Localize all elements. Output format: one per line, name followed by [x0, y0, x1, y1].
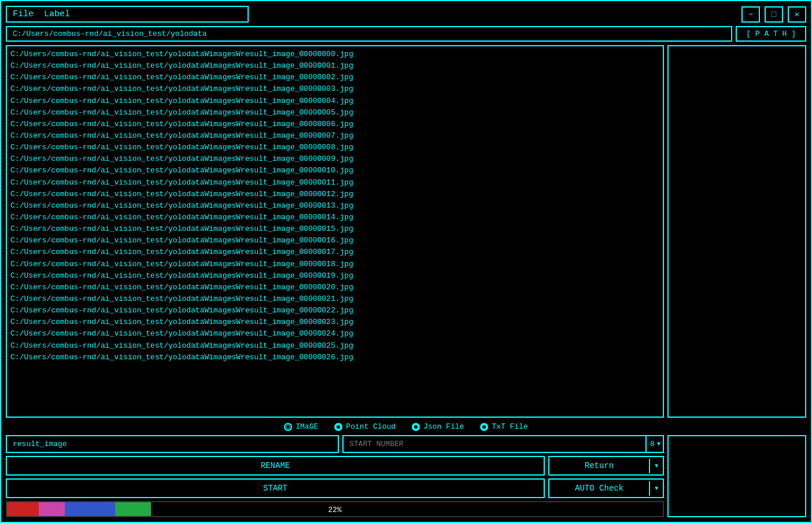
controls-row: 8 1 2 4 ▼	[6, 435, 664, 453]
bottom-section: IMaGE Point Cloud Json File TxT File	[6, 421, 806, 517]
list-item[interactable]: C:/Users/combus-rnd/ai_vision_test/yolod…	[10, 95, 659, 107]
list-item[interactable]: C:/Users/combus-rnd/ai_vision_test/yolod…	[10, 72, 659, 83]
list-item[interactable]: C:/Users/combus-rnd/ai_vision_test/yolod…	[10, 153, 659, 165]
list-item[interactable]: C:/Users/combus-rnd/ai_vision_test/yolod…	[10, 316, 659, 328]
auto-check-arrow-icon: ▼	[649, 481, 663, 496]
list-item[interactable]: C:/Users/combus-rnd/ai_vision_test/yolod…	[10, 282, 659, 293]
radio-label-txt: TxT File	[492, 422, 527, 431]
chevron-down-icon: ▼	[657, 441, 660, 447]
app-window: − □ ✕ [ P A T H ] C:/Users/combus-rnd/ai…	[0, 0, 812, 523]
bottom-main-row: 8 1 2 4 ▼ RENAME Return ▼	[6, 435, 806, 517]
radio-txt[interactable]: TxT File	[480, 422, 527, 431]
path-row: [ P A T H ]	[6, 26, 806, 42]
number-select[interactable]: 8 1 2 4	[649, 437, 656, 451]
radio-row: IMaGE Point Cloud Json File TxT File	[6, 421, 806, 432]
radio-circle-image	[284, 423, 292, 431]
radio-dot-json	[414, 425, 418, 429]
start-number-group: 8 1 2 4 ▼	[342, 435, 664, 453]
list-item[interactable]: C:/Users/combus-rnd/ai_vision_test/yolod…	[10, 200, 659, 212]
list-item[interactable]: C:/Users/combus-rnd/ai_vision_test/yolod…	[10, 142, 659, 153]
action-row-1: RENAME Return ▼	[6, 456, 664, 476]
radio-dot-pointcloud	[337, 425, 340, 429]
return-button[interactable]: Return ▼	[548, 456, 664, 476]
start-number-input[interactable]	[344, 436, 645, 452]
radio-label-json: Json File	[423, 422, 464, 431]
maximize-button[interactable]: □	[765, 6, 783, 23]
list-item[interactable]: C:/Users/combus-rnd/ai_vision_test/yolod…	[10, 270, 659, 282]
file-label-input[interactable]	[6, 6, 249, 23]
list-item[interactable]: C:/Users/combus-rnd/ai_vision_test/yolod…	[10, 60, 659, 72]
list-item[interactable]: C:/Users/combus-rnd/ai_vision_test/yolod…	[10, 223, 659, 235]
radio-dot-txt	[482, 425, 486, 429]
rename-input[interactable]	[6, 435, 339, 453]
progress-row: 22%	[6, 501, 664, 517]
list-item[interactable]: C:/Users/combus-rnd/ai_vision_test/yolod…	[10, 107, 659, 119]
bottom-left: 8 1 2 4 ▼ RENAME Return ▼	[6, 435, 664, 517]
bottom-right-panel	[667, 435, 806, 517]
list-item[interactable]: C:/Users/combus-rnd/ai_vision_test/yolod…	[10, 340, 659, 352]
rename-button[interactable]: RENAME	[6, 456, 545, 476]
list-item[interactable]: C:/Users/combus-rnd/ai_vision_test/yolod…	[10, 259, 659, 270]
list-item[interactable]: C:/Users/combus-rnd/ai_vision_test/yolod…	[10, 328, 659, 340]
list-item[interactable]: C:/Users/combus-rnd/ai_vision_test/yolod…	[10, 189, 659, 200]
path-button[interactable]: [ P A T H ]	[736, 26, 806, 42]
radio-circle-pointcloud	[334, 423, 342, 431]
list-item[interactable]: C:/Users/combus-rnd/ai_vision_test/yolod…	[10, 177, 659, 189]
radio-label-pointcloud: Point Cloud	[346, 422, 396, 431]
auto-check-button-label: AUTO Check	[549, 480, 649, 497]
radio-circle-txt	[480, 423, 488, 431]
list-item[interactable]: C:/Users/combus-rnd/ai_vision_test/yolod…	[10, 305, 659, 316]
auto-check-button[interactable]: AUTO Check ▼	[548, 478, 664, 498]
radio-pointcloud[interactable]: Point Cloud	[334, 422, 396, 431]
list-item[interactable]: C:/Users/combus-rnd/ai_vision_test/yolod…	[10, 246, 659, 258]
list-item[interactable]: C:/Users/combus-rnd/ai_vision_test/yolod…	[10, 130, 659, 142]
minimize-button[interactable]: −	[741, 6, 760, 23]
progress-bar: 22%	[6, 501, 664, 517]
list-item[interactable]: C:/Users/combus-rnd/ai_vision_test/yolod…	[10, 352, 659, 363]
image-preview-panel	[667, 45, 806, 418]
start-button[interactable]: START	[6, 478, 545, 498]
main-content: C:/Users/combus-rnd/ai_vision_test/yolod…	[6, 45, 806, 418]
return-arrow-icon: ▼	[649, 459, 663, 473]
radio-json[interactable]: Json File	[412, 422, 464, 431]
list-item[interactable]: C:/Users/combus-rnd/ai_vision_test/yolod…	[10, 83, 659, 95]
progress-label: 22%	[7, 502, 663, 517]
list-item[interactable]: C:/Users/combus-rnd/ai_vision_test/yolod…	[10, 293, 659, 305]
close-button[interactable]: ✕	[788, 6, 806, 23]
list-item[interactable]: C:/Users/combus-rnd/ai_vision_test/yolod…	[10, 212, 659, 223]
number-select-wrapper: 8 1 2 4 ▼	[645, 436, 663, 452]
list-item[interactable]: C:/Users/combus-rnd/ai_vision_test/yolod…	[10, 165, 659, 176]
action-row-2: START AUTO Check ▼	[6, 478, 664, 498]
list-item[interactable]: C:/Users/combus-rnd/ai_vision_test/yolod…	[10, 49, 659, 60]
radio-label-image: IMaGE	[296, 422, 318, 431]
radio-circle-json	[412, 423, 420, 431]
title-bar: − □ ✕	[6, 6, 806, 23]
list-item[interactable]: C:/Users/combus-rnd/ai_vision_test/yolod…	[10, 235, 659, 246]
window-controls: − □ ✕	[741, 6, 806, 23]
list-item[interactable]: C:/Users/combus-rnd/ai_vision_test/yolod…	[10, 119, 659, 130]
return-button-label: Return	[549, 457, 649, 474]
radio-image[interactable]: IMaGE	[284, 422, 318, 431]
file-list-panel[interactable]: C:/Users/combus-rnd/ai_vision_test/yolod…	[6, 45, 664, 418]
path-input[interactable]	[6, 26, 732, 42]
